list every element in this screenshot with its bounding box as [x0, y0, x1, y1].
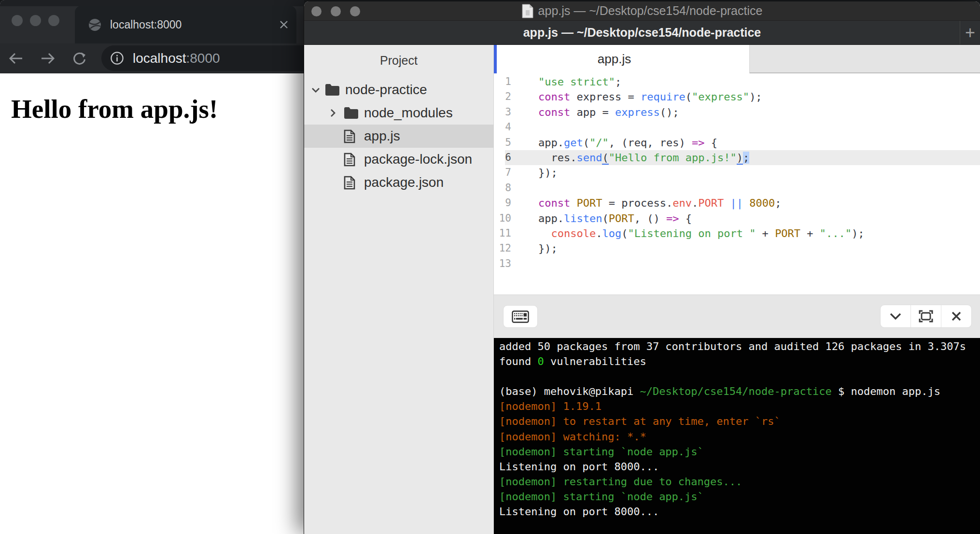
- line-number: 13: [494, 256, 511, 271]
- reload-button[interactable]: [72, 51, 87, 66]
- url-host: localhost: [133, 51, 186, 66]
- code-line-1: 1"use strict";: [494, 74, 980, 89]
- keyboard-icon: [512, 310, 529, 323]
- globe-favicon-icon: [88, 18, 101, 31]
- terminal-toolbar: [494, 295, 980, 338]
- code-line-9: 9const PORT = process.env.PORT || 8000;: [494, 196, 980, 211]
- line-number: 12: [494, 241, 511, 256]
- forward-button[interactable]: [41, 52, 55, 65]
- terminal-line: found 0 vulnerabilities: [499, 354, 980, 369]
- line-number: 10: [494, 211, 511, 226]
- line-number: 8: [494, 181, 511, 196]
- terminal-line: [499, 369, 980, 384]
- new-tab-button[interactable]: +: [960, 21, 980, 44]
- code-line-2: 2const express = require("express");: [494, 89, 980, 104]
- maximize-terminal-button[interactable]: [910, 305, 941, 327]
- code-line-7: 7});: [494, 165, 980, 180]
- maximize-icon: [919, 310, 933, 323]
- close-terminal-button[interactable]: [941, 305, 971, 327]
- code-line-6: 6 res.send("Hello from app.js!");: [494, 150, 980, 165]
- project-panel: Project node-practicenode_modulesapp.jsp…: [304, 45, 494, 534]
- collapse-terminal-button[interactable]: [881, 305, 910, 327]
- tree-item-node-practice[interactable]: node-practice: [304, 78, 493, 101]
- browser-tabstrip: localhost:8000: [0, 0, 304, 43]
- url-port: :8000: [186, 51, 220, 66]
- tree-item-label: node-practice: [345, 82, 427, 98]
- line-number: 1: [494, 74, 511, 89]
- line-number: 3: [494, 105, 511, 120]
- browser-viewport: Hello from app.js!: [0, 94, 304, 534]
- terminal-line: added 50 packages from 37 contributors a…: [499, 339, 980, 354]
- minimize-window-button[interactable]: [331, 6, 341, 16]
- code-line-3: 3const app = express();: [494, 105, 980, 120]
- browser-tab[interactable]: localhost:8000: [75, 6, 296, 43]
- editor-window-tabbar: app.js — ~/Desktop/cse154/node-practice …: [304, 21, 980, 45]
- line-number: 6: [494, 150, 511, 165]
- code-line-10: 10app.listen(PORT, () => {: [494, 211, 980, 226]
- address-bar[interactable]: localhost:8000: [101, 45, 304, 71]
- terminal-line: [nodemon] watching: *.*: [499, 429, 980, 444]
- terminal-line: [nodemon] 1.19.1: [499, 399, 980, 414]
- editor-file-tab[interactable]: app.js: [497, 45, 750, 73]
- file-icon: [344, 153, 355, 167]
- close-icon: [952, 311, 961, 321]
- editor-tab-row: app.js: [494, 45, 980, 73]
- tree-item-node_modules[interactable]: node_modules: [304, 101, 493, 125]
- terminal-buttons: [880, 305, 972, 328]
- back-button[interactable]: [9, 52, 23, 65]
- terminal-line: [nodemon] to restart at any time, enter …: [499, 414, 980, 429]
- tree-item-label: package-lock.json: [364, 152, 472, 167]
- terminal-line: (base) mehovik@pikapi ~/Desktop/cse154/n…: [499, 384, 980, 399]
- terminal-line: Listening on port 8000...: [499, 504, 980, 519]
- document-icon: [522, 4, 533, 18]
- tab-title: localhost:8000: [110, 18, 279, 31]
- editor-window: app.js — ~/Desktop/cse154/node-practice …: [304, 1, 980, 534]
- editor-window-title: app.js — ~/Desktop/cse154/node-practice: [522, 4, 763, 18]
- tree-item-label: package.json: [364, 175, 444, 190]
- line-number: 7: [494, 165, 511, 180]
- line-number: 4: [494, 120, 511, 135]
- terminal-line: [nodemon] starting `node app.js`: [499, 444, 980, 459]
- terminal-line: Listening on port 8000...: [499, 459, 980, 474]
- terminal-line: [nodemon] restarting due to changes...: [499, 474, 980, 489]
- terminal-output[interactable]: added 50 packages from 37 contributors a…: [494, 338, 980, 534]
- editor-traffic-lights: [311, 6, 360, 16]
- tree-item-package.json[interactable]: package.json: [304, 171, 493, 194]
- file-icon: [344, 129, 355, 143]
- folder-icon: [325, 84, 340, 96]
- page-heading: Hello from app.js!: [11, 94, 304, 124]
- code-line-12: 12});: [494, 241, 980, 256]
- tree-item-label: app.js: [364, 128, 400, 144]
- editor-tab-title: app.js — ~/Desktop/cse154/node-practice: [523, 26, 761, 40]
- browser-window: localhost:8000 localhost:8: [0, 0, 304, 534]
- tree-item-app.js[interactable]: app.js: [304, 125, 493, 148]
- browser-toolbar: localhost:8000: [0, 43, 304, 73]
- project-tree: node-practicenode_modulesapp.jspackage-l…: [304, 78, 493, 194]
- code-line-4: 4: [494, 120, 980, 135]
- file-icon: [344, 176, 355, 190]
- code-line-13: 13: [494, 256, 980, 271]
- code-line-8: 8: [494, 181, 980, 196]
- browser-traffic-lights: [12, 15, 59, 26]
- site-info-icon[interactable]: [110, 51, 124, 65]
- zoom-window-button[interactable]: [350, 6, 360, 16]
- line-number: 11: [494, 226, 511, 241]
- line-number: 2: [494, 89, 511, 104]
- chevron-down-icon[interactable]: [311, 87, 321, 93]
- code-editor[interactable]: 1"use strict";2const express = require("…: [494, 73, 980, 295]
- tree-item-label: node_modules: [364, 105, 453, 121]
- tree-item-package-lock.json[interactable]: package-lock.json: [304, 148, 493, 171]
- code-line-5: 5app.get("/", (req, res) => {: [494, 135, 980, 150]
- code-line-11: 11 console.log("Listening on port " + PO…: [494, 226, 980, 241]
- tab-close-icon[interactable]: [279, 20, 289, 29]
- line-number: 9: [494, 196, 511, 211]
- editor-titlebar: app.js — ~/Desktop/cse154/node-practice: [304, 1, 980, 21]
- keyboard-button[interactable]: [503, 305, 538, 328]
- chevron-right-icon[interactable]: [330, 108, 336, 118]
- close-window-button[interactable]: [311, 6, 322, 16]
- close-window-button[interactable]: [12, 15, 23, 26]
- zoom-window-button[interactable]: [48, 15, 59, 26]
- line-number: 5: [494, 135, 511, 150]
- minimize-window-button[interactable]: [30, 15, 41, 26]
- terminal-line: [nodemon] starting `node app.js`: [499, 489, 980, 504]
